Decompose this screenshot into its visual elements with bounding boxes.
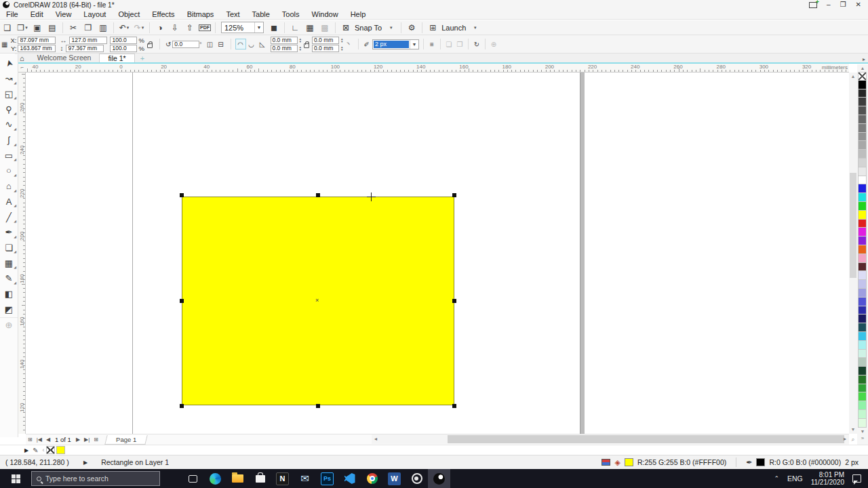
convert-to-curves-button[interactable]: ↻: [471, 39, 482, 49]
menu-item-table[interactable]: Table: [246, 10, 276, 18]
link-corners-button[interactable]: [301, 39, 312, 49]
new-document-tab-button[interactable]: +: [135, 54, 150, 62]
selection-handle[interactable]: [316, 193, 320, 197]
palette-color-swatch[interactable]: [858, 193, 867, 202]
action-center-icon[interactable]: [852, 474, 861, 483]
scroll-up-icon[interactable]: ▲: [849, 73, 857, 81]
ellipse-tool-icon[interactable]: ○◢: [0, 163, 18, 178]
selection-handle[interactable]: [316, 404, 320, 408]
artistic-media-tool-icon[interactable]: ∫◢: [0, 133, 18, 148]
last-page-button[interactable]: ▶|: [82, 436, 92, 443]
selection-handle[interactable]: [180, 404, 184, 408]
launch-label[interactable]: Launch: [441, 24, 466, 32]
palette-color-swatch[interactable]: [858, 280, 867, 289]
photoshop-taskbar-icon[interactable]: Ps: [316, 469, 338, 488]
add-page-before-button[interactable]: ⊞: [26, 436, 35, 443]
outline-width-dropdown-arrow-icon[interactable]: ▼: [410, 40, 418, 49]
palette-color-swatch[interactable]: [858, 89, 867, 98]
palette-color-swatch[interactable]: [858, 314, 867, 323]
corner-radius-tl-input[interactable]: 0.0 mm: [271, 37, 298, 44]
color-eyedropper-tool-icon[interactable]: ✎◢: [0, 271, 18, 286]
menu-item-view[interactable]: View: [50, 10, 78, 18]
freehand-tool-icon[interactable]: ∿◢: [0, 117, 18, 132]
to-front-button[interactable]: ❏: [443, 39, 454, 49]
palette-color-swatch[interactable]: [858, 159, 867, 167]
smart-fill-tool-icon[interactable]: ◩: [0, 302, 18, 317]
corner-radius-bl-input[interactable]: 0.0 mm: [271, 45, 298, 52]
palette-scroll-down-icon[interactable]: ▼: [857, 428, 868, 435]
selection-handle[interactable]: [452, 404, 456, 408]
mail-taskbar-icon[interactable]: ✉: [294, 469, 316, 488]
palette-color-swatch[interactable]: [858, 401, 867, 410]
options-gear-icon[interactable]: ⚙: [405, 22, 418, 34]
publish-pdf-button[interactable]: PDF: [198, 22, 212, 34]
palette-color-swatch[interactable]: [858, 367, 867, 375]
task-view-taskbar-icon[interactable]: [182, 469, 204, 488]
palette-color-swatch[interactable]: [858, 133, 867, 142]
menu-item-effects[interactable]: Effects: [146, 10, 180, 18]
mirror-vertical-button[interactable]: ⊟: [216, 39, 226, 49]
outline-color-swatch[interactable]: [756, 458, 765, 466]
selection-handle[interactable]: [452, 193, 456, 197]
palette-color-swatch[interactable]: [858, 341, 867, 350]
palette-color-swatch[interactable]: [858, 202, 867, 211]
copy-button[interactable]: ❐: [81, 22, 95, 34]
x-position-input[interactable]: 87.097 mm: [18, 37, 56, 44]
show-grid-button[interactable]: ▦: [303, 22, 317, 34]
zoom-tool-icon[interactable]: ⚲◢: [0, 102, 18, 117]
palette-color-swatch[interactable]: [858, 237, 867, 245]
palette-color-swatch[interactable]: [858, 419, 867, 428]
language-indicator[interactable]: ENG: [787, 474, 803, 483]
cut-button[interactable]: ✂: [66, 22, 80, 34]
ruler-origin-button[interactable]: ⌐: [18, 64, 26, 73]
document-palette-expander-icon[interactable]: ▶: [24, 447, 28, 453]
palette-color-swatch[interactable]: [858, 384, 867, 393]
selection-handle[interactable]: [180, 193, 184, 197]
search-content-button[interactable]: ◑: [153, 22, 167, 34]
text-tool-icon[interactable]: A◢: [0, 194, 18, 209]
chamfer-corner-button[interactable]: ◺: [257, 39, 268, 49]
screen-record-icon[interactable]: [809, 2, 817, 8]
horizontal-scrollbar[interactable]: ◂ ▸: [372, 434, 849, 444]
taskbar-search-input[interactable]: Type here to search: [31, 471, 160, 486]
rectangle-tool-icon[interactable]: ▭◢: [0, 148, 18, 163]
scroll-left-icon[interactable]: ◂: [372, 434, 380, 444]
palette-color-swatch[interactable]: [858, 323, 867, 332]
no-color-swatch[interactable]: [858, 72, 867, 81]
palette-color-swatch[interactable]: [858, 184, 867, 193]
palette-color-swatch[interactable]: [858, 306, 867, 315]
selection-handle[interactable]: [180, 299, 184, 303]
scroll-right-icon[interactable]: ▸: [841, 434, 849, 444]
coreldraw-taskbar-icon[interactable]: [428, 469, 450, 488]
status-expander-icon[interactable]: ▶: [83, 460, 87, 466]
palette-color-swatch[interactable]: [858, 106, 867, 115]
close-button[interactable]: ✕: [856, 1, 861, 8]
show-guidelines-button[interactable]: ▩: [318, 22, 332, 34]
menu-item-window[interactable]: Window: [306, 10, 344, 18]
fullscreen-preview-button[interactable]: ◼: [267, 22, 281, 34]
corner-radius-br-input[interactable]: 0.0 mm: [312, 45, 339, 52]
document-palette-eyedropper-icon[interactable]: ✎: [33, 447, 38, 454]
fill-color-swatch[interactable]: [625, 458, 633, 466]
palette-color-swatch[interactable]: [858, 211, 867, 220]
palette-color-swatch[interactable]: [858, 332, 867, 341]
wrap-text-button[interactable]: ≡: [427, 39, 437, 49]
next-page-button[interactable]: ▶: [74, 436, 82, 443]
horizontal-scroll-thumb[interactable]: [448, 435, 844, 443]
new-document-button[interactable]: ❑: [1, 22, 14, 34]
navigator-zoom-icon[interactable]: ⌕: [849, 434, 857, 444]
menu-item-object[interactable]: Object: [112, 10, 146, 18]
palette-color-swatch[interactable]: [858, 375, 867, 384]
scalloped-corner-button[interactable]: ◡: [246, 39, 257, 49]
snap-off-icon[interactable]: ⊠: [339, 22, 353, 34]
palette-color-swatch[interactable]: [858, 150, 867, 159]
document-no-color-swatch[interactable]: [46, 446, 55, 454]
palette-color-swatch[interactable]: [858, 115, 867, 124]
open-button[interactable]: ❒: [16, 22, 29, 34]
add-page-after-button[interactable]: ⊞: [92, 436, 100, 443]
save-button[interactable]: ▣: [31, 22, 44, 34]
selection-center-marker[interactable]: ×: [315, 298, 319, 304]
vscode-taskbar-icon[interactable]: [338, 469, 361, 488]
print-button[interactable]: ▤: [45, 22, 59, 34]
palette-color-swatch[interactable]: [858, 254, 867, 263]
